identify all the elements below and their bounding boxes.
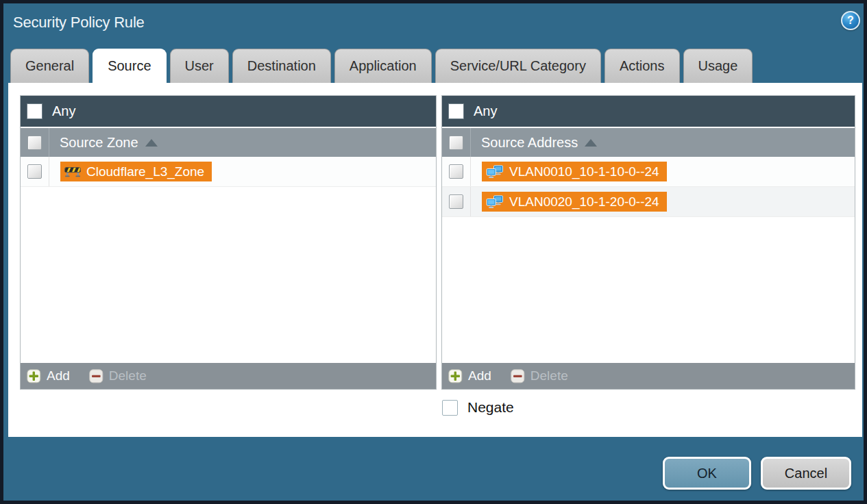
add-button[interactable]: Add xyxy=(448,368,491,383)
zone-item-chip[interactable]: Cloudflare_L3_Zone xyxy=(60,162,212,181)
source-zone-any-label: Any xyxy=(52,103,75,119)
row-checkbox-cell xyxy=(442,157,471,186)
delete-label: Delete xyxy=(530,368,568,383)
source-address-any-bar: Any xyxy=(442,96,855,127)
add-plus-icon xyxy=(448,369,463,383)
source-address-list: VLAN0010_10-1-10-0--24 VLAN0020_10-1-20-… xyxy=(442,157,855,362)
address-item-chip[interactable]: VLAN0020_10-1-20-0--24 xyxy=(482,192,667,212)
dialog-title: Security Policy Rule xyxy=(13,14,145,32)
row-checkbox-cell xyxy=(442,187,471,216)
row-checkbox[interactable] xyxy=(449,164,463,179)
tab-user[interactable]: User xyxy=(170,49,229,83)
row-checkbox[interactable] xyxy=(27,164,42,179)
tab-source[interactable]: Source xyxy=(93,49,166,83)
help-icon[interactable]: ? xyxy=(841,11,860,30)
add-label: Add xyxy=(468,368,491,383)
address-item-label: VLAN0010_10-1-10-0--24 xyxy=(509,164,659,179)
source-zone-column-title: Source Zone xyxy=(60,135,138,151)
delete-minus-icon xyxy=(511,369,525,383)
table-row: VLAN0010_10-1-10-0--24 xyxy=(442,157,855,187)
cancel-button[interactable]: Cancel xyxy=(761,457,851,490)
negate-checkbox[interactable] xyxy=(442,400,458,416)
add-label: Add xyxy=(47,368,70,383)
sort-ascending-icon xyxy=(585,139,597,147)
table-row: Cloudflare_L3_Zone xyxy=(21,157,436,187)
address-icon xyxy=(486,195,504,209)
source-address-footer: Add Delete xyxy=(442,362,855,389)
ok-button[interactable]: OK xyxy=(663,457,751,490)
add-plus-icon xyxy=(27,369,41,383)
negate-label: Negate xyxy=(467,399,514,416)
source-address-any-checkbox[interactable] xyxy=(448,103,464,119)
tab-destination[interactable]: Destination xyxy=(232,49,331,83)
zone-icon xyxy=(64,166,81,177)
source-zone-list: Cloudflare_L3_Zone xyxy=(21,157,436,362)
add-button[interactable]: Add xyxy=(27,368,70,383)
source-address-column-header[interactable]: Source Address xyxy=(442,128,855,157)
delete-button[interactable]: Delete xyxy=(89,368,147,383)
tab-usage[interactable]: Usage xyxy=(683,49,753,83)
delete-button[interactable]: Delete xyxy=(511,368,568,383)
negate-control: Negate xyxy=(442,399,514,416)
select-all-cell xyxy=(442,128,471,157)
source-address-panel: Any Source Address VLAN0010_10-1-10-0-- xyxy=(441,95,855,390)
source-zone-select-all-checkbox[interactable] xyxy=(27,136,42,150)
row-checkbox[interactable] xyxy=(449,194,463,209)
source-zone-panel: Any Source Zone Cloudflare_L3_Zone xyxy=(20,95,437,390)
source-address-select-all-checkbox[interactable] xyxy=(449,136,463,150)
select-all-cell xyxy=(21,128,49,157)
delete-label: Delete xyxy=(109,368,147,383)
source-zone-any-checkbox[interactable] xyxy=(27,103,42,119)
tab-actions[interactable]: Actions xyxy=(605,49,680,83)
address-icon xyxy=(486,165,504,179)
table-row: VLAN0020_10-1-20-0--24 xyxy=(442,187,855,217)
source-address-any-label: Any xyxy=(474,103,497,119)
source-zone-any-bar: Any xyxy=(21,96,436,127)
security-policy-rule-dialog: Security Policy Rule ? General Source Us… xyxy=(0,0,867,504)
tab-service-url-category[interactable]: Service/URL Category xyxy=(435,49,601,83)
address-item-label: VLAN0020_10-1-20-0--24 xyxy=(509,194,659,210)
source-zone-column-header[interactable]: Source Zone xyxy=(21,128,436,157)
source-zone-footer: Add Delete xyxy=(21,362,436,389)
tab-application[interactable]: Application xyxy=(334,49,432,83)
tab-general[interactable]: General xyxy=(10,49,89,83)
source-tab-content: Any Source Zone Cloudflare_L3_Zone xyxy=(8,83,862,437)
tab-bar: General Source User Destination Applicat… xyxy=(10,49,753,83)
delete-minus-icon xyxy=(89,369,103,383)
address-item-chip[interactable]: VLAN0010_10-1-10-0--24 xyxy=(482,162,667,181)
sort-ascending-icon xyxy=(145,139,158,147)
source-address-column-title: Source Address xyxy=(481,135,578,151)
help-glyph: ? xyxy=(847,14,854,27)
row-checkbox-cell xyxy=(21,157,49,186)
zone-item-label: Cloudflare_L3_Zone xyxy=(86,164,204,179)
